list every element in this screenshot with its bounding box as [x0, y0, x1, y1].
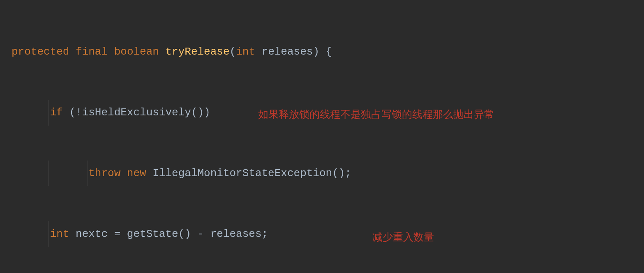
paren-open: ( — [230, 43, 236, 61]
annotation-1: 如果释放锁的线程不是独占写锁的线程那么抛出异常 — [258, 106, 494, 123]
keyword-if: if — [50, 104, 63, 122]
annotation-2: 减少重入数量 — [372, 229, 434, 245]
type-int: int — [50, 225, 69, 243]
param-type: int — [236, 43, 255, 61]
condition: (!isHeldExclusively()) — [63, 104, 210, 122]
code-line-3[interactable]: throw new IllegalMonitorStateException()… — [12, 161, 644, 186]
brace-open: { — [319, 43, 332, 61]
keyword-boolean: boolean — [114, 43, 159, 61]
code-line-4[interactable]: int nextc = getState() - releases;减少重入数量 — [12, 221, 644, 247]
param-name: releases — [262, 43, 313, 61]
paren-close: ) — [313, 43, 319, 61]
code-editor[interactable]: protected final boolean tryRelease(int r… — [12, 4, 644, 273]
method-name: tryRelease — [166, 43, 230, 61]
code-line-1[interactable]: protected final boolean tryRelease(int r… — [12, 39, 644, 65]
exception-expr: IllegalMonitorStateException(); — [146, 165, 351, 182]
keyword-final: final — [76, 43, 108, 61]
keyword-new: new — [127, 165, 146, 182]
assignment: nextc = getState() - releases; — [69, 225, 268, 243]
keyword-protected: protected — [12, 43, 69, 61]
keyword-throw: throw — [88, 165, 120, 182]
code-line-2[interactable]: if (!isHeldExclusively())如果释放锁的线程不是独占写锁的… — [12, 100, 644, 126]
